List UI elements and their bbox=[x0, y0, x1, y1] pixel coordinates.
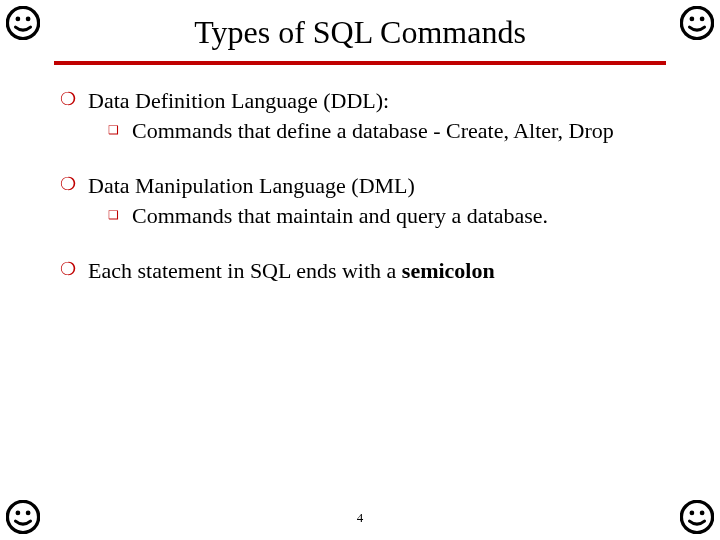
corner-icon-top-right bbox=[680, 6, 714, 40]
page-number: 4 bbox=[0, 510, 720, 526]
slide: Types of SQL Commands ❍ Data Definition … bbox=[0, 0, 720, 540]
item-body: Data Manipulation Language (DML) ❑ Comma… bbox=[88, 172, 660, 229]
list-item: ❍ Data Definition Language (DDL): ❑ Comm… bbox=[60, 87, 660, 144]
svg-point-2 bbox=[26, 17, 31, 22]
item-body: Each statement in SQL ends with a semico… bbox=[88, 257, 660, 285]
sub-bullet-icon: ❑ bbox=[108, 202, 132, 230]
slide-title: Types of SQL Commands bbox=[60, 0, 660, 51]
item-text: Each statement in SQL ends with a bbox=[88, 258, 402, 283]
item-body: Data Definition Language (DDL): ❑ Comman… bbox=[88, 87, 660, 144]
list-item: ❍ Each statement in SQL ends with a semi… bbox=[60, 257, 660, 285]
list-item: ❍ Data Manipulation Language (DML) ❑ Com… bbox=[60, 172, 660, 229]
svg-point-4 bbox=[690, 17, 695, 22]
svg-point-5 bbox=[700, 17, 705, 22]
bullet-icon: ❍ bbox=[60, 87, 88, 144]
item-head: Data Definition Language (DDL): bbox=[88, 88, 389, 113]
item-head: Data Manipulation Language (DML) bbox=[88, 173, 415, 198]
bullet-icon: ❍ bbox=[60, 172, 88, 229]
item-bold: semicolon bbox=[402, 258, 495, 283]
svg-point-0 bbox=[7, 7, 38, 38]
sub-item: ❑ Commands that define a database - Crea… bbox=[88, 117, 660, 145]
corner-icon-top-left bbox=[6, 6, 40, 40]
bullet-icon: ❍ bbox=[60, 257, 88, 285]
svg-point-3 bbox=[681, 7, 712, 38]
svg-point-1 bbox=[16, 17, 21, 22]
sub-body: Commands that maintain and query a datab… bbox=[132, 202, 660, 230]
sub-body: Commands that define a database - Create… bbox=[132, 117, 660, 145]
content-area: ❍ Data Definition Language (DDL): ❑ Comm… bbox=[0, 65, 720, 285]
sub-bullet-icon: ❑ bbox=[108, 117, 132, 145]
sub-item: ❑ Commands that maintain and query a dat… bbox=[88, 202, 660, 230]
